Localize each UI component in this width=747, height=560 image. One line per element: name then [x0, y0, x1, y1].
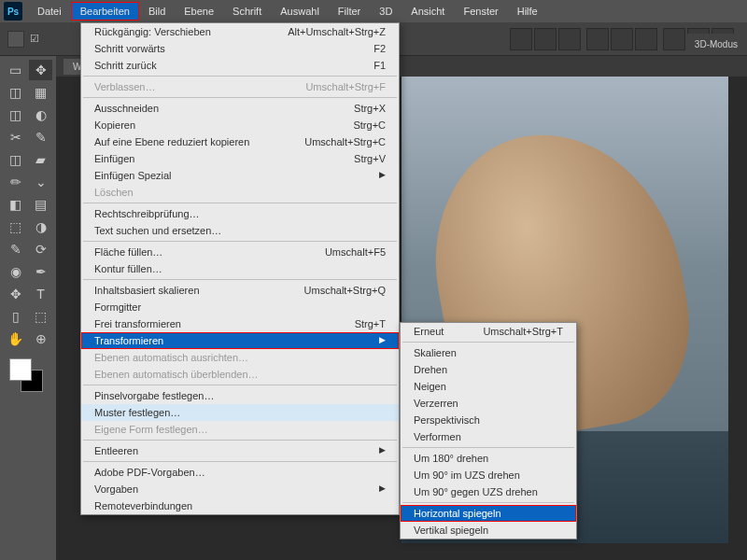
- menu-item[interactable]: Formgitter: [81, 299, 399, 315]
- menu-item-label: Schritt zurück: [94, 60, 157, 71]
- distribute-icon[interactable]: [663, 28, 685, 50]
- menu-item-label: Rückgängig: Verschieben: [94, 26, 211, 37]
- menubar-item-bild[interactable]: Bild: [139, 2, 175, 21]
- menu-item[interactable]: Drehen: [401, 361, 576, 378]
- menu-item[interactable]: Transformieren▶: [81, 332, 399, 349]
- menu-item[interactable]: Muster festlegen…: [81, 404, 399, 421]
- tool-button[interactable]: ◫: [4, 149, 27, 170]
- tool-button[interactable]: ✎: [4, 239, 27, 259]
- menu-item-label: Text suchen und ersetzen…: [94, 225, 221, 236]
- menu-item-label: Fläche füllen…: [94, 246, 162, 258]
- checkbox-icon[interactable]: ☑: [30, 33, 39, 45]
- tool-button[interactable]: ✥: [4, 284, 27, 304]
- tool-button[interactable]: ⬚: [29, 306, 52, 327]
- menu-item[interactable]: Perspektivisch: [401, 412, 576, 428]
- menu-separator: [83, 97, 397, 98]
- menu-item-label: Adobe PDF-Vorgaben…: [94, 467, 205, 478]
- tool-button[interactable]: ✥: [29, 60, 52, 80]
- menu-item-label: Muster festlegen…: [94, 407, 180, 418]
- menu-item[interactable]: Adobe PDF-Vorgaben…: [81, 464, 399, 481]
- menu-item[interactable]: KopierenStrg+C: [81, 117, 399, 133]
- menu-item[interactable]: Pinselvorgabe festlegen…: [81, 387, 399, 404]
- menu-item[interactable]: Entleeren▶: [81, 442, 399, 459]
- menu-item[interactable]: Kontur füllen…: [81, 260, 399, 277]
- menu-item-label: Vorgaben: [94, 483, 138, 495]
- menu-item[interactable]: Einfügen Spezial▶: [81, 167, 399, 184]
- submenu-arrow-icon: ▶: [379, 445, 386, 456]
- menu-item[interactable]: Skalieren: [401, 344, 576, 361]
- tool-button[interactable]: ✂: [4, 127, 27, 147]
- menu-item[interactable]: Fläche füllen…Umschalt+F5: [81, 244, 399, 260]
- tool-button[interactable]: ⊕: [29, 329, 52, 349]
- color-swatch[interactable]: [9, 358, 47, 396]
- menu-item-label: Frei transformieren: [94, 318, 181, 329]
- tool-button[interactable]: ⬚: [4, 217, 27, 237]
- menu-item[interactable]: Inhaltsbasiert skalierenUmschalt+Strg+Q: [81, 282, 399, 299]
- menu-item-label: Kontur füllen…: [94, 263, 162, 274]
- tool-button[interactable]: ⌄: [29, 172, 52, 192]
- tool-button[interactable]: ◧: [4, 194, 27, 215]
- tool-button[interactable]: ▰: [29, 149, 52, 170]
- menu-item[interactable]: AusschneidenStrg+X: [81, 100, 399, 117]
- menu-item-label: Ebenen automatisch ausrichten…: [94, 352, 248, 363]
- menubar-item-ebene[interactable]: Ebene: [175, 2, 223, 21]
- menu-item[interactable]: Rechtschreibprüfung…: [81, 205, 399, 222]
- menu-item[interactable]: Um 90° im UZS drehen: [401, 467, 576, 483]
- menubar-item-hilfe[interactable]: Hilfe: [508, 2, 547, 21]
- tool-button[interactable]: T: [29, 284, 52, 304]
- menu-item[interactable]: Um 90° gegen UZS drehen: [401, 483, 576, 500]
- tool-button[interactable]: ▦: [29, 82, 52, 103]
- tool-button[interactable]: ✋: [4, 329, 27, 349]
- menu-item-shortcut: Umschalt+Strg+Q: [304, 285, 386, 296]
- tool-button[interactable]: ▭: [4, 60, 27, 80]
- menu-item[interactable]: ErneutUmschalt+Strg+T: [401, 323, 576, 340]
- menu-item[interactable]: Neigen: [401, 378, 576, 395]
- menubar-item-3d[interactable]: 3D: [370, 2, 402, 21]
- menu-item[interactable]: Remoteverbindungen: [81, 497, 399, 514]
- menubar-item-auswahl[interactable]: Auswahl: [271, 2, 329, 21]
- tool-button[interactable]: ◉: [4, 261, 27, 282]
- tool-button[interactable]: ⟳: [29, 239, 52, 259]
- menu-item[interactable]: Um 180° drehen: [401, 450, 576, 467]
- menubar-item-fenster[interactable]: Fenster: [454, 2, 507, 21]
- menu-item[interactable]: Auf eine Ebene reduziert kopierenUmschal…: [81, 133, 399, 150]
- distribute-icon[interactable]: [635, 28, 657, 50]
- tool-button[interactable]: ◫: [4, 105, 27, 125]
- distribute-icon[interactable]: [611, 28, 633, 50]
- menu-item-label: Ebenen automatisch überblenden…: [94, 369, 259, 380]
- mode-label: 3D-Modus: [685, 34, 747, 55]
- tool-button[interactable]: ◑: [29, 217, 52, 237]
- align-icon[interactable]: [558, 28, 581, 50]
- tool-button[interactable]: ▤: [29, 194, 52, 215]
- menubar-item-datei[interactable]: Datei: [28, 2, 71, 21]
- menu-item-label: Verblassen…: [94, 81, 155, 92]
- menubar-item-bearbeiten[interactable]: Bearbeiten: [71, 2, 139, 21]
- tool-button[interactable]: ✒: [29, 261, 52, 282]
- menu-item[interactable]: Vertikal spiegeln: [401, 522, 576, 539]
- menu-item[interactable]: Horizontal spiegeln: [401, 505, 576, 522]
- menubar-item-filter[interactable]: Filter: [329, 2, 370, 21]
- menu-item-label: Remoteverbindungen: [94, 500, 192, 511]
- menu-item[interactable]: EinfügenStrg+V: [81, 150, 399, 167]
- menubar-item-schrift[interactable]: Schrift: [223, 2, 271, 21]
- menubar-item-ansicht[interactable]: Ansicht: [402, 2, 454, 21]
- tool-button[interactable]: ✎: [29, 127, 52, 147]
- align-icon[interactable]: [510, 28, 532, 50]
- tool-button[interactable]: ▯: [4, 306, 27, 327]
- menu-item[interactable]: Frei transformierenStrg+T: [81, 315, 399, 332]
- menu-item[interactable]: Verformen: [401, 428, 576, 445]
- menu-item[interactable]: Rückgängig: VerschiebenAlt+Umschalt+Strg…: [81, 23, 399, 40]
- menu-item[interactable]: Schritt vorwärtsF2: [81, 40, 399, 57]
- menu-item[interactable]: Vorgaben▶: [81, 481, 399, 497]
- move-tool-icon[interactable]: [7, 31, 24, 48]
- align-icon[interactable]: [534, 28, 557, 50]
- tool-button[interactable]: ✏: [4, 172, 27, 192]
- fg-color-icon[interactable]: [9, 358, 32, 381]
- menu-item[interactable]: Text suchen und ersetzen…: [81, 222, 399, 239]
- tool-button[interactable]: ◫: [4, 82, 27, 103]
- menu-item[interactable]: Verzerren: [401, 395, 576, 412]
- menu-item[interactable]: Schritt zurückF1: [81, 57, 399, 74]
- menu-item-label: Um 180° drehen: [414, 453, 488, 464]
- distribute-icon[interactable]: [586, 28, 609, 50]
- tool-button[interactable]: ◐: [29, 105, 52, 125]
